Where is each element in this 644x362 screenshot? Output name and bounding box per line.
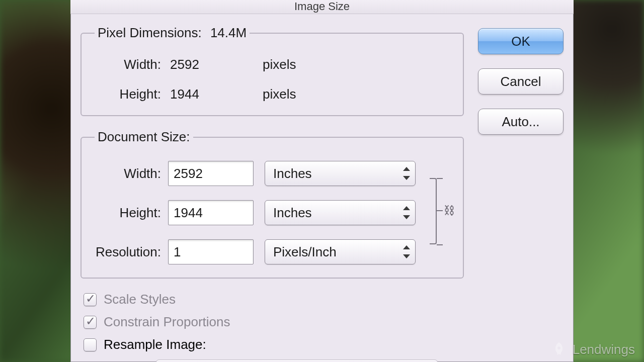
scale-styles-label: Scale Styles xyxy=(104,292,176,307)
constrain-proportions-label: Constrain Proportions xyxy=(104,314,230,330)
constrain-proportions-row: Constrain Proportions xyxy=(84,314,464,330)
doc-height-unit-value: Inches xyxy=(273,205,312,221)
stepper-arrows-icon xyxy=(402,244,411,259)
doc-resolution-label: Resolution: xyxy=(88,244,168,260)
pixel-dimensions-label: Pixel Dimensions: xyxy=(98,25,202,40)
pixel-width-unit: pixels xyxy=(257,57,296,72)
doc-width-unit-value: Inches xyxy=(273,166,312,182)
ok-button[interactable]: OK xyxy=(478,28,564,54)
pixel-width-label: Width: xyxy=(88,57,168,72)
pixel-height-value: 1944 xyxy=(168,86,257,102)
document-size-group: Document Size: Width: Inches Height xyxy=(80,129,464,279)
pixel-height-unit: pixels xyxy=(257,86,296,102)
resample-image-checkbox[interactable] xyxy=(84,338,97,351)
doc-resolution-unit-value: Pixels/Inch xyxy=(273,244,337,260)
chain-link-icon: ⛓ xyxy=(444,204,455,217)
pixel-dimensions-group: Pixel Dimensions: 14.4M Width: 2592 pixe… xyxy=(80,25,464,116)
resample-image-label: Resample Image: xyxy=(104,337,206,352)
constrain-proportions-checkbox[interactable] xyxy=(84,316,97,329)
doc-resolution-unit-select[interactable]: Pixels/Inch xyxy=(265,239,416,264)
cancel-button[interactable]: Cancel xyxy=(478,68,564,95)
pixel-dimensions-legend: Pixel Dimensions: 14.4M xyxy=(95,25,250,41)
stepper-arrows-icon xyxy=(402,166,411,181)
doc-width-label: Width: xyxy=(88,166,168,182)
doc-height-unit-select[interactable]: Inches xyxy=(265,200,416,225)
pixel-height-label: Height: xyxy=(88,86,168,102)
resample-image-row: Resample Image: xyxy=(84,337,464,352)
pixel-width-value: 2592 xyxy=(168,57,257,72)
constrain-link-indicator: ⛓ xyxy=(427,173,454,249)
resample-method-select: Bicubic Automatic xyxy=(156,359,438,362)
pixel-dimensions-size: 14.4M xyxy=(210,25,247,40)
auto-button[interactable]: Auto... xyxy=(478,109,564,135)
doc-width-input[interactable] xyxy=(168,161,254,186)
stepper-arrows-icon xyxy=(402,205,411,220)
document-size-legend: Document Size: xyxy=(95,129,193,145)
doc-height-label: Height: xyxy=(88,205,168,221)
scale-styles-row: Scale Styles xyxy=(84,292,464,307)
doc-resolution-input[interactable] xyxy=(168,239,254,264)
doc-width-unit-select[interactable]: Inches xyxy=(265,161,416,186)
scale-styles-checkbox[interactable] xyxy=(84,293,97,306)
dialog-title: Image Size xyxy=(70,0,574,14)
doc-height-input[interactable] xyxy=(168,200,254,225)
image-size-dialog: Image Size Pixel Dimensions: 14.4M Width… xyxy=(70,0,574,362)
